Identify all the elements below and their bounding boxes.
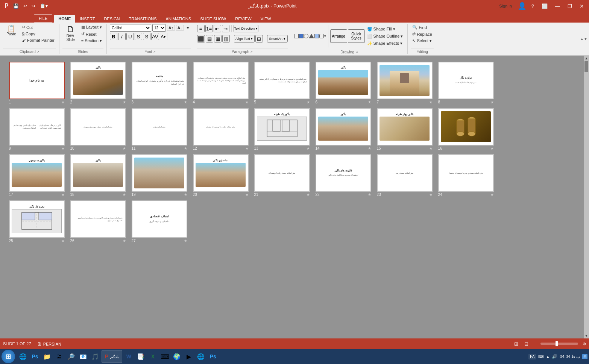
slide-thumb-27[interactable]: اهداف اقتصادی • اهداف و نتیجه گیری	[132, 200, 187, 238]
slide-thumb-24[interactable]: متن اسلاید بیست و چهار با توضیحات مفصل	[438, 154, 494, 192]
view-slide-sorter-btn[interactable]: ⊟	[523, 340, 530, 347]
tab-review[interactable]: REVIEW	[231, 15, 256, 23]
columns-btn[interactable]: ⊟	[255, 35, 263, 42]
taskbar-ps2-icon[interactable]: Ps	[207, 351, 219, 362]
taskbar-browser2-icon[interactable]: 🌍	[171, 351, 182, 362]
help-btn[interactable]: ?	[529, 3, 536, 10]
shape-effects-btn[interactable]: ✨ Shape Effects ▾	[366, 40, 405, 47]
align-text-btn[interactable]: Align Text ▾	[234, 35, 255, 42]
slide-panel[interactable]: به نام خدا 1★ باگور 2★	[0, 56, 584, 338]
section-button[interactable]: ≡ Section ▾	[80, 38, 103, 44]
slide-item[interactable]: متن اسلاید چهار درباره موضوع مربوطه و تو…	[191, 62, 250, 104]
strikethrough-btn[interactable]: S	[135, 33, 142, 40]
show-desktop-btn[interactable]: ⊞	[582, 354, 587, 359]
slide-item[interactable]: متن اسلاید دوازده با توضیحات مفصل 12★	[191, 108, 250, 150]
slide-item[interactable]: 7★	[375, 62, 434, 104]
system-tray-arrow[interactable]: ▲	[546, 355, 550, 359]
underline-btn[interactable]: U	[126, 33, 134, 40]
slide-thumb-15[interactable]: باگور چهار طرفه	[377, 108, 433, 146]
maximize-btn[interactable]: ❐	[565, 3, 574, 10]
shape-outline-btn[interactable]: ⬜ Shape Outline ▾	[366, 33, 405, 39]
tab-animations[interactable]: ANIMATIONS	[161, 15, 196, 23]
slide-item[interactable]: باگور در فرهنگ معماری ایران نقش مهمی داش…	[8, 108, 66, 150]
zoom-slider-thumb[interactable]	[556, 341, 558, 346]
shape-misc[interactable]	[319, 34, 324, 38]
taskbar-music-icon[interactable]: 🎵	[90, 351, 101, 362]
taskbar-mail-icon[interactable]: 📧	[77, 351, 89, 362]
slide-thumb-21[interactable]: متن اسلاید بیست و یک با توضیحات	[254, 154, 310, 192]
tab-home[interactable]: HOME	[54, 15, 75, 23]
font-size-select[interactable]: 12	[152, 24, 166, 32]
redo-qat-btn[interactable]: ↪	[30, 3, 37, 9]
clear-format-btn[interactable]: ✦	[185, 25, 191, 31]
italic-btn[interactable]: I	[118, 33, 126, 40]
slide-item[interactable]: باگور 2★	[69, 62, 127, 104]
paste-button[interactable]: 📋 Paste	[3, 24, 20, 37]
slide-item[interactable]: 16★	[437, 108, 495, 150]
align-center-btn[interactable]: ▤	[206, 35, 213, 42]
slide-item[interactable]: باگور چهار طرفه 15★	[375, 108, 434, 150]
select-button[interactable]: ↖ Select ▾	[411, 38, 433, 44]
shapes-more-btn[interactable]: ▾	[324, 34, 326, 38]
minimize-btn[interactable]: —	[553, 3, 562, 10]
tab-slideshow[interactable]: SLIDE SHOW	[196, 15, 231, 23]
increase-indent-btn[interactable]: ⇥	[222, 25, 229, 32]
slide-item[interactable]: 19★	[130, 154, 188, 197]
taskbar-clock[interactable]: 04:04 ب ظ	[560, 354, 580, 359]
slide-item[interactable]: باگور 14★	[314, 108, 372, 150]
slide-item[interactable]: باگور 18★	[69, 154, 127, 197]
ribbon-scroll-down[interactable]: ▼	[584, 37, 587, 41]
slide-thumb-22[interactable]: قابلیت های باگور توضیحات مربوط به قابلیت…	[316, 154, 371, 192]
shape-line[interactable]	[294, 34, 299, 38]
new-slide-button[interactable]: 🗋 NewSlide	[62, 24, 79, 43]
align-left-btn[interactable]: ⬛	[197, 35, 205, 42]
keyboard-layout-indicator[interactable]: FA	[528, 354, 536, 359]
slide-item[interactable]: نحوه کار باگور 25★	[8, 200, 66, 243]
taskbar-pdf-icon[interactable]: 📑	[135, 351, 146, 362]
taskbar-type-icon[interactable]: ⌨	[159, 351, 170, 362]
slide-item[interactable]: متن اسلاید پنج با توضیحات مربوط به معمار…	[253, 62, 311, 104]
shape-triangle[interactable]	[309, 34, 314, 38]
tab-design[interactable]: DESIGN	[99, 15, 124, 23]
volume-icon[interactable]: 🔊	[552, 354, 557, 359]
slide-item[interactable]: دوازده نگار متن توضیحات اسلاید هشت 8★	[437, 62, 495, 104]
convert-smartart-btn[interactable]: SmartArt ▾	[267, 35, 288, 42]
slide-item[interactable]: باگور چند وجهی 17★	[8, 154, 66, 197]
slide-item[interactable]: متن اسلاید بیست و چهار با توضیحات مفصل 2…	[437, 154, 495, 197]
taskbar-word-icon[interactable]: W	[123, 351, 134, 362]
slide-thumb-5[interactable]: متن اسلاید پنج با توضیحات مربوط به معمار…	[254, 62, 310, 99]
slide-thumb-23[interactable]: متن اسلاید بیست و سه	[377, 154, 433, 192]
slide-thumb-17[interactable]: باگور چند وجهی	[9, 154, 65, 192]
cut-button[interactable]: ✂ Cut	[20, 24, 56, 30]
taskbar-ps-icon[interactable]: Ps	[29, 351, 41, 362]
slide-item[interactable]: باگور یک طرفه 13★	[253, 108, 311, 150]
taskbar-excel-icon[interactable]: X	[147, 351, 158, 362]
tab-view[interactable]: VIEW	[256, 15, 276, 23]
font-family-select[interactable]: Calibri	[110, 24, 151, 32]
taskbar-files-icon[interactable]: 🗂	[53, 351, 65, 362]
shape-rounded-rect[interactable]	[314, 34, 319, 38]
ribbon-scroll-up[interactable]: ▲	[580, 37, 584, 41]
tab-transitions[interactable]: TRANSITIONS	[124, 15, 161, 23]
ribbon-display-btn[interactable]: ⬜	[539, 3, 550, 10]
justify-btn[interactable]: ▥	[222, 35, 230, 42]
slide-thumb-13[interactable]: باگور یک طرفه	[254, 108, 310, 146]
slide-item[interactable]: اهداف اقتصادی • اهداف و نتیجه گیری 27★	[130, 200, 188, 243]
taskbar-folder-icon[interactable]: 📁	[41, 351, 53, 362]
align-right-btn[interactable]: ▦	[214, 35, 222, 42]
sign-in-label[interactable]: Sign in	[496, 2, 515, 10]
slide-thumb-8[interactable]: دوازده نگار متن توضیحات اسلاید هشت	[438, 62, 494, 99]
replace-button[interactable]: ⇄ Replace	[411, 31, 433, 37]
bullets-btn[interactable]: ≡	[197, 25, 205, 32]
bold-btn[interactable]: B	[110, 33, 117, 40]
slide-item[interactable]: متن اسلاید ده درباره موضوع مربوطه 10★	[69, 108, 127, 150]
tab-insert[interactable]: INSERT	[75, 15, 99, 23]
char-spacing-btn[interactable]: AV	[151, 33, 159, 40]
slide-thumb-6[interactable]: باگور	[316, 62, 371, 99]
slide-item[interactable]: مقدمه متن توضیحات درباره باگور و معماری …	[130, 62, 188, 104]
find-button[interactable]: 🔍 Find	[411, 24, 433, 30]
slide-thumb-11[interactable]: متن اسلاید یازده	[132, 108, 187, 146]
right-scrollbar[interactable]: ▲ ▼	[584, 56, 589, 338]
slide-item[interactable]: متن اسلاید بیست و سه 23★	[375, 154, 434, 197]
copy-button[interactable]: ⎘ Copy	[20, 31, 56, 37]
